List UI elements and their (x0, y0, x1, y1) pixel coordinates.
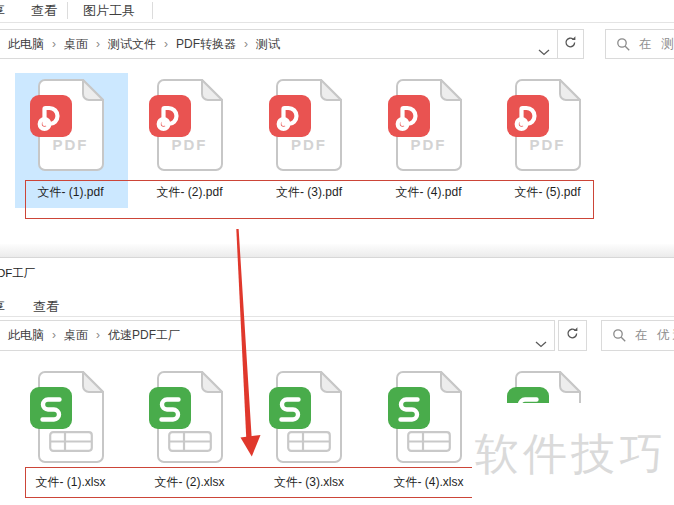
breadcrumb-separator: › (164, 37, 168, 51)
window-title: DF工厂 (0, 266, 35, 281)
spreadsheet-badge-icon (149, 387, 191, 429)
pdf-label-on-page: PDF (396, 136, 462, 153)
breadcrumb-item[interactable]: 优速PDF工厂 (108, 328, 180, 342)
refresh-button[interactable] (557, 29, 584, 59)
breadcrumb-item[interactable]: 测试文件 (108, 37, 156, 51)
window-top-edge (0, 244, 674, 258)
breadcrumb-item[interactable]: 测试 (256, 37, 280, 51)
breadcrumb-separator: › (96, 37, 100, 51)
pdf-label-on-page: PDF (157, 136, 223, 153)
watermark: 软件技巧 (472, 403, 674, 505)
table-grid-icon (49, 431, 93, 456)
table-grid-icon (168, 431, 212, 456)
spreadsheet-badge-icon (30, 387, 72, 429)
search-box[interactable]: 在 优速 (601, 320, 674, 351)
annotation-rect-top (25, 180, 594, 219)
search-input[interactable]: 在 优速 (635, 327, 674, 344)
spreadsheet-badge-icon (388, 387, 430, 429)
address-bar[interactable]: 此电脑›桌面›测试文件›PDF转换器›测试 (0, 29, 558, 59)
tab-view[interactable]: 查看 (31, 2, 57, 20)
pdf-label-on-page: PDF (515, 136, 581, 153)
breadcrumb: 此电脑›桌面›测试文件›PDF转换器›测试 (0, 36, 280, 53)
refresh-icon (565, 326, 580, 345)
top-ribbon-tabs: 享 查看 图片工具 (0, 0, 674, 23)
breadcrumb-separator: › (52, 328, 56, 342)
tab-separator (67, 2, 68, 19)
watermark-text: 软件技巧 (475, 425, 667, 484)
tab-picture-tools[interactable]: 图片工具 (83, 2, 135, 20)
refresh-button[interactable] (558, 320, 587, 351)
breadcrumb-separator: › (96, 328, 100, 342)
breadcrumb-item[interactable]: PDF转换器 (176, 37, 236, 51)
breadcrumb-item[interactable]: 此电脑 (8, 328, 44, 342)
tab-share[interactable]: 享 (0, 298, 5, 316)
refresh-icon (563, 35, 578, 54)
screen: 享 查看 图片工具 此电脑›桌面›测试文件›PDF转换器›测试 在 测 PDF … (0, 0, 674, 505)
table-grid-icon (287, 431, 331, 456)
pdf-badge-icon (149, 95, 191, 137)
search-input[interactable]: 在 测 (639, 36, 674, 53)
search-icon (612, 328, 627, 343)
table-grid-icon (407, 431, 451, 456)
spreadsheet-badge-icon (269, 387, 311, 429)
search-icon (616, 37, 631, 52)
tab-share[interactable]: 享 (0, 2, 5, 20)
pdf-badge-icon (507, 95, 549, 137)
breadcrumb-item[interactable]: 桌面 (64, 37, 88, 51)
breadcrumb-separator: › (244, 37, 248, 51)
chevron-down-icon[interactable] (535, 334, 547, 352)
pdf-label-on-page: PDF (276, 136, 342, 153)
breadcrumb-separator: › (52, 37, 56, 51)
tab-separator (152, 2, 153, 19)
tab-view[interactable]: 查看 (33, 298, 59, 316)
search-box[interactable]: 在 测 (605, 29, 674, 59)
pdf-label-on-page: PDF (38, 136, 104, 153)
breadcrumb: 此电脑›桌面›优速PDF工厂 (0, 327, 180, 344)
breadcrumb-item[interactable]: 此电脑 (8, 37, 44, 51)
pdf-badge-icon (388, 95, 430, 137)
page-fold (83, 80, 103, 100)
address-bar[interactable]: 此电脑›桌面›优速PDF工厂 (0, 320, 555, 351)
pdf-badge-icon (30, 95, 72, 137)
pdf-badge-icon (269, 95, 311, 137)
chevron-down-icon[interactable] (538, 42, 550, 60)
breadcrumb-item[interactable]: 桌面 (64, 328, 88, 342)
bottom-ribbon-tabs: 享 查看 (0, 296, 674, 317)
